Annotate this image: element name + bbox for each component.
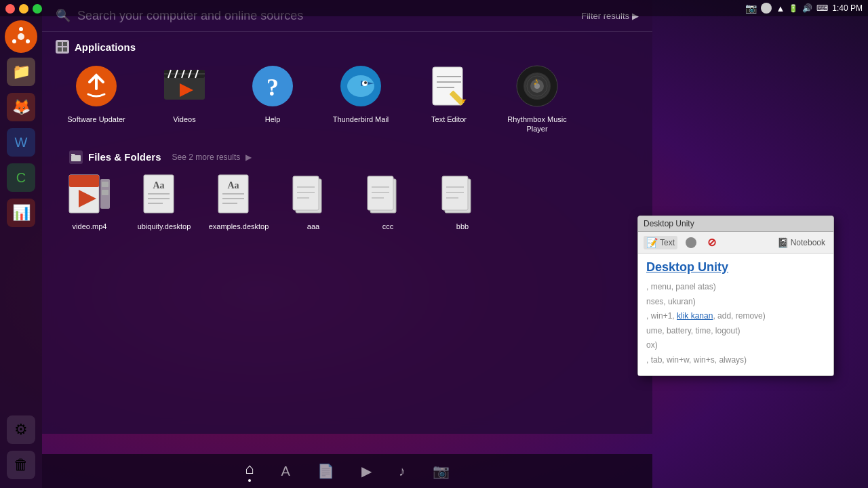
files-section: Files & Folders See 2 more results ▶ [42,145,652,171]
lens-files[interactable]: 📄 [317,463,334,479]
video-lens-icon: ▶ [361,463,372,479]
user-icon [761,3,772,14]
svg-point-3 [12,39,16,43]
file-bbb[interactable]: bbb [429,171,496,230]
popup-titlebar: Desktop Unity [638,216,833,232]
close-button[interactable] [5,4,15,14]
popup-inline-link[interactable]: klik kanan [677,311,713,321]
unity-launcher: 📁 🦊 W C 📊 ⚙ 🗑 [0,0,42,488]
popup-tab-cancel[interactable]: ⊘ [705,235,719,250]
launcher-impress-button[interactable]: 📊 [5,197,37,229]
launcher-trash-button[interactable]: 🗑 [5,449,37,481]
software-updater-icon [75,64,118,108]
notebook-tab-label: Notebook [791,238,825,247]
app-thunderbird-label: Thunderbird Mail [333,115,389,124]
music-lens-icon: ♪ [399,464,406,479]
lens-bar: ⌂ A 📄 ▶ ♪ 📷 [42,454,652,488]
app-software-updater[interactable]: Software Updater [56,62,137,134]
volume-icon: 🔊 [802,3,812,13]
files-grid: video.mp4 Aa ubiquity.desktop Aa [42,171,652,241]
file-video-label: video.mp4 [73,222,107,230]
notebook-tab-icon: 📓 [777,237,789,248]
file-examples-label: examples.desktop [209,222,269,230]
svg-rect-5 [58,42,62,46]
launcher-settings-button[interactable]: ⚙ [5,413,37,446]
file-aaa-icon [290,174,336,217]
svg-rect-6 [63,42,67,46]
file-aaa[interactable]: aaa [279,171,347,230]
cancel-tab-icon: ⊘ [707,236,716,249]
popup-line-4: ume, battery, time, logout) [646,324,825,339]
files-lens-icon: 📄 [317,463,334,479]
svg-rect-44 [102,182,108,187]
clock: 1:40 PM [832,3,863,13]
lens-home[interactable]: ⌂ [245,460,254,482]
lens-apps[interactable]: A [281,464,290,479]
app-help[interactable]: ? Help [232,62,313,134]
popup-heading-link[interactable]: Desktop Unity [646,260,825,274]
launcher-calc-button[interactable]: C [5,161,37,194]
svg-point-1 [18,33,24,40]
apps-lens-icon: A [281,464,290,479]
text-editor-icon [427,64,471,108]
popup-title: Desktop Unity [644,219,694,228]
photos-lens-icon: 📷 [433,463,450,479]
file-ubiquity[interactable]: Aa ubiquity.desktop [130,171,198,230]
ubuntu-logo-icon [12,27,31,46]
app-thunderbird[interactable]: Thunderbird Mail [320,62,401,134]
text-tab-label: Text [660,238,675,247]
rhythmbox-icon: ♪ [515,64,559,108]
videos-icon [163,64,206,108]
maximize-button[interactable] [33,4,42,14]
file-ubiquity-icon: Aa [141,174,187,217]
launcher-firefox-button[interactable]: 🦊 [5,91,37,123]
svg-point-4 [26,39,30,43]
keyboard-icon: ⌨ [816,3,828,13]
popup-line-2: nses, ukuran) [646,295,825,310]
popup-tab-text[interactable]: 📝 Text [644,236,677,249]
svg-rect-62 [368,176,393,210]
file-video-icon [66,174,113,217]
popup-tab-circle[interactable] [683,236,699,249]
app-videos[interactable]: Videos [144,62,225,134]
text-tab-icon: 📝 [646,237,658,248]
lens-photos[interactable]: 📷 [433,463,450,479]
launcher-files-button[interactable]: 📁 [5,56,37,88]
app-rhythmbox[interactable]: ♪ Rhythmbox Music Player [496,62,578,134]
file-bbb-label: bbb [456,222,469,230]
file-ccc-icon [365,174,411,217]
thunderbird-icon [339,64,382,108]
see-more-results[interactable]: See 2 more results [172,152,241,162]
launcher-ubuntu-button[interactable] [5,20,37,53]
file-examples[interactable]: Aa examples.desktop [205,171,273,230]
popup-content: Desktop Unity , menu, panel atas) nses, … [638,253,833,375]
file-ccc-label: ccc [382,222,394,230]
app-videos-label: Videos [173,115,195,124]
help-icon: ? [251,64,294,108]
svg-rect-67 [442,176,468,210]
minimize-button[interactable] [19,4,28,14]
wifi-icon: ▲ [776,3,785,14]
app-software-updater-label: Software Updater [67,115,125,124]
battery-icon: 🔋 [789,4,798,13]
see-more-arrow[interactable]: ▶ [245,152,252,162]
files-section-title: Files & Folders [88,151,161,163]
file-ccc[interactable]: ccc [354,171,422,230]
launcher-writer-button[interactable]: W [5,126,37,159]
popup-line-1: , menu, panel atas) [646,280,825,295]
files-icon: 📁 [12,63,31,81]
svg-rect-39 [71,155,81,161]
lens-music[interactable]: ♪ [399,464,406,479]
app-text-editor[interactable]: Text Editor [408,62,490,134]
lens-video[interactable]: ▶ [361,463,372,479]
file-aaa-label: aaa [307,222,319,230]
popup-tab-notebook[interactable]: 📓 Notebook [774,236,828,249]
topbar: 📷 ▲ 🔋 🔊 ⌨ 1:40 PM [0,0,868,16]
file-video[interactable]: video.mp4 [56,171,123,230]
popup-window: Desktop Unity 📝 Text ⊘ 📓 Notebook Deskto… [637,216,834,376]
svg-rect-7 [58,47,62,52]
file-bbb-icon [439,174,486,217]
dash-overlay: 🔍 Filter results ▶ Applications [42,0,652,434]
writer-icon: W [15,135,28,150]
file-examples-icon: Aa [216,174,262,217]
